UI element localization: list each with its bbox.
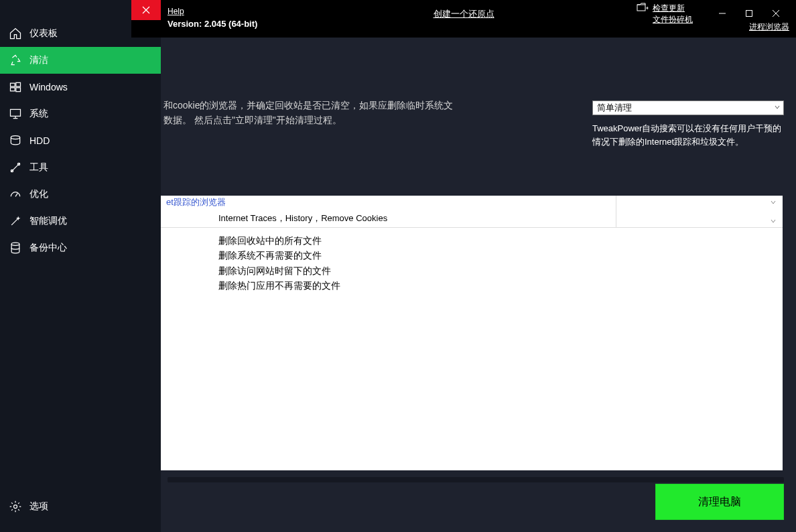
dropdown-value: 简单清理 [597, 102, 632, 114]
windows-icon [8, 80, 23, 94]
monitor-icon [8, 107, 23, 121]
restore-point-link[interactable]: 创建一个还原点 [434, 8, 494, 20]
vertical-separator [616, 196, 616, 228]
svg-rect-2 [11, 88, 15, 91]
gear-icon [8, 499, 23, 514]
svg-point-7 [11, 136, 19, 139]
sidebar-item-optimize[interactable]: 优化 [0, 181, 161, 208]
chevron-down-icon [769, 217, 777, 227]
svg-rect-16 [637, 5, 645, 11]
tools-icon [8, 160, 23, 175]
list-item: 删除热门应用不再需要的文件 [218, 278, 783, 293]
sidebar-item-label: 优化 [29, 188, 48, 200]
section-title: et跟踪的浏览器 [166, 196, 226, 208]
titlebar: Help Version: 2.045 (64-bit) 创建一个还原点 检查更… [131, 0, 796, 38]
maximize-button[interactable] [736, 5, 762, 21]
desc-line2: 数据。 然后点击"立即清理"开始清理过程。 [163, 113, 588, 127]
database-icon [8, 241, 23, 255]
sidebar-item-label: 清洁 [29, 54, 48, 66]
svg-point-13 [14, 505, 17, 509]
sidebar-options-label: 选项 [29, 501, 48, 513]
check-update-link[interactable]: 检查更新 [653, 3, 685, 14]
cleanup-list: 删除回收站中的所有文件 删除系统不再需要的文件 删除访问网站时留下的文件 删除热… [161, 228, 783, 293]
main-area: 和cookie的浏览器，并确定回收站是否已清空，如果应删除临时系统文 数据。 然… [161, 38, 796, 532]
chevron-down-icon [769, 198, 777, 206]
sidebar: 仪表板 清洁 Windows 系统 HDD [0, 0, 161, 532]
folder-transfer-icon [637, 3, 649, 14]
sidebar-item-label: 备份中心 [29, 242, 67, 254]
chevron-down-icon [774, 104, 781, 112]
section-sub-header[interactable]: Internet Traces，History，Remove Cookies [161, 209, 783, 228]
sidebar-item-label: 仪表板 [29, 27, 58, 40]
close-button-red[interactable] [131, 0, 161, 20]
list-item: 删除系统不再需要的文件 [218, 248, 783, 263]
window-controls [709, 5, 789, 21]
bottom-divider [168, 477, 784, 482]
svg-rect-4 [11, 109, 21, 116]
sidebar-item-system[interactable]: 系统 [0, 101, 161, 127]
clean-computer-button[interactable]: 清理电脑 [655, 484, 784, 520]
sidebar-item-label: Windows [29, 82, 68, 92]
description-text: 和cookie的浏览器，并确定回收站是否已清空，如果应删除临时系统文 数据。 然… [161, 98, 588, 128]
sidebar-item-label: 智能调优 [29, 215, 67, 227]
section-sub-title: Internet Traces，History，Remove Cookies [218, 212, 387, 224]
wand-icon [8, 214, 23, 228]
sidebar-item-clean[interactable]: 清洁 [0, 47, 161, 74]
home-icon [8, 26, 23, 41]
process-browser-link[interactable]: 进程浏览器 [749, 22, 789, 31]
svg-line-11 [11, 218, 18, 225]
svg-rect-1 [16, 82, 21, 86]
list-item: 删除回收站中的所有文件 [218, 233, 783, 248]
hdd-icon [8, 133, 23, 148]
list-item: 删除访问网站时留下的文件 [218, 263, 783, 278]
svg-point-12 [11, 243, 19, 245]
title-right-group1: 检查更新 文件扮碎机 [637, 3, 693, 25]
svg-line-10 [15, 193, 17, 196]
svg-rect-18 [746, 11, 752, 17]
sidebar-item-label: HDD [29, 135, 50, 146]
right-description: TweakPower自动搜索可以在没有任何用户干预的情况下删除的Internet… [592, 122, 784, 148]
minimize-button[interactable] [709, 5, 736, 21]
sidebar-item-windows[interactable]: Windows [0, 74, 161, 101]
version-label: Version: 2.045 (64-bit) [168, 19, 257, 29]
recycle-icon [8, 53, 23, 68]
sidebar-item-backup[interactable]: 备份中心 [0, 235, 161, 261]
sidebar-item-smart-tune[interactable]: 智能调优 [0, 208, 161, 235]
close-button[interactable] [762, 5, 789, 21]
svg-rect-3 [16, 88, 21, 92]
sidebar-item-tools[interactable]: 工具 [0, 154, 161, 181]
clean-button-label: 清理电脑 [698, 495, 741, 509]
desc-line1: 和cookie的浏览器，并确定回收站是否已清空，如果应删除临时系统文 [163, 98, 588, 113]
svg-rect-0 [11, 83, 15, 86]
sidebar-item-label: 系统 [29, 108, 48, 120]
sidebar-item-hdd[interactable]: HDD [0, 127, 161, 154]
sidebar-options[interactable]: 选项 [0, 493, 161, 520]
sidebar-item-label: 工具 [29, 161, 48, 174]
help-link[interactable]: Help [168, 7, 257, 16]
cleanup-mode-dropdown[interactable]: 简单清理 [592, 101, 784, 115]
title-left: Help Version: 2.045 (64-bit) [168, 0, 257, 29]
gauge-icon [8, 187, 23, 202]
right-panel: 简单清理 TweakPower自动搜索可以在没有任何用户干预的情况下删除的Int… [592, 101, 784, 148]
section-header-browser[interactable]: et跟踪的浏览器 [161, 196, 783, 209]
content-panel: et跟踪的浏览器 Internet Traces，History，Remove … [161, 196, 783, 470]
file-shredder-link[interactable]: 文件扮碎机 [653, 14, 693, 25]
